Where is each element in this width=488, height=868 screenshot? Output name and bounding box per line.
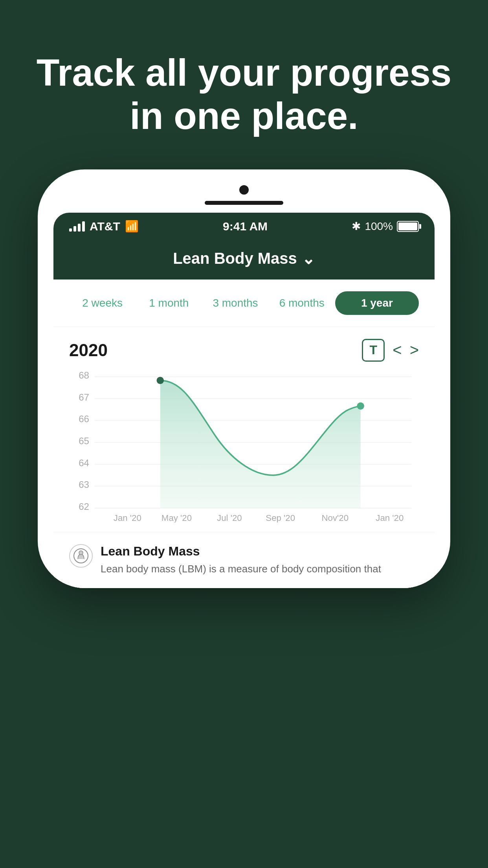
svg-text:May '20: May '20 xyxy=(161,513,192,523)
table-view-button[interactable]: T xyxy=(362,339,385,362)
legend-text-block: Lean Body Mass Lean body mass (LBM) is a… xyxy=(101,544,381,576)
svg-text:68: 68 xyxy=(79,370,89,381)
chart-svg-wrapper: 68 67 66 65 64 63 62 xyxy=(69,370,419,524)
phone-home-indicator xyxy=(205,201,283,205)
app-title-text: Lean Body Mass xyxy=(173,250,297,267)
time-range-tabs: 2 weeks 1 month 3 months 6 months 1 year xyxy=(53,280,435,327)
phone-mockup: AT&T 📶 9:41 AM ✱ 100% Lean Body Mass ⌄ xyxy=(38,169,450,588)
tab-2-weeks[interactable]: 2 weeks xyxy=(69,292,136,314)
chart-container: 2020 T < > xyxy=(53,327,435,532)
svg-text:62: 62 xyxy=(79,501,89,512)
chart-legend: Lean Body Mass Lean body mass (LBM) is a… xyxy=(53,532,435,588)
svg-text:65: 65 xyxy=(79,436,89,446)
svg-text:Nov'20: Nov'20 xyxy=(321,513,349,523)
status-bar: AT&T 📶 9:41 AM ✱ 100% xyxy=(53,213,435,240)
tab-1-year[interactable]: 1 year xyxy=(335,291,419,315)
app-header: Lean Body Mass ⌄ xyxy=(53,240,435,280)
chevron-down-icon: ⌄ xyxy=(302,250,315,268)
svg-text:67: 67 xyxy=(79,392,89,403)
svg-text:63: 63 xyxy=(79,479,89,490)
phone-screen: AT&T 📶 9:41 AM ✱ 100% Lean Body Mass ⌄ xyxy=(53,213,435,588)
status-right: ✱ 100% xyxy=(352,220,419,233)
chart-point-start xyxy=(157,377,164,384)
battery-icon xyxy=(397,221,419,232)
svg-text:Jan '20: Jan '20 xyxy=(376,513,404,523)
chart-svg: 68 67 66 65 64 63 62 xyxy=(69,370,419,522)
legend-icon xyxy=(69,544,93,568)
battery-percent-label: 100% xyxy=(365,220,393,233)
legend-description: Lean body mass (LBM) is a measure of bod… xyxy=(101,562,381,576)
battery-container xyxy=(397,221,419,232)
svg-text:64: 64 xyxy=(79,457,89,468)
chart-header: 2020 T < > xyxy=(69,339,419,362)
svg-text:Sep '20: Sep '20 xyxy=(266,513,295,523)
bluetooth-icon: ✱ xyxy=(352,220,361,233)
signal-icon xyxy=(69,221,85,232)
app-title-container[interactable]: Lean Body Mass ⌄ xyxy=(173,250,315,268)
svg-text:Jan '20: Jan '20 xyxy=(114,513,141,523)
chart-next-button[interactable]: > xyxy=(410,341,419,359)
legend-title: Lean Body Mass xyxy=(101,544,381,559)
battery-fill xyxy=(398,223,417,230)
tab-6-months[interactable]: 6 months xyxy=(269,292,335,314)
carrier-label: AT&T xyxy=(90,220,120,233)
phone-top-area xyxy=(53,185,435,213)
chart-year-label: 2020 xyxy=(69,340,108,360)
status-left: AT&T 📶 xyxy=(69,220,139,233)
svg-text:66: 66 xyxy=(79,414,89,424)
lean-body-mass-icon xyxy=(73,548,89,564)
tab-1-month[interactable]: 1 month xyxy=(136,292,202,314)
chart-prev-button[interactable]: < xyxy=(393,341,402,359)
phone-camera xyxy=(239,185,249,195)
svg-text:Jul '20: Jul '20 xyxy=(217,513,242,523)
hero-headline: Track all your progress in one place. xyxy=(0,0,488,169)
chart-controls: T < > xyxy=(362,339,419,362)
tab-3-months[interactable]: 3 months xyxy=(202,292,268,314)
svg-point-21 xyxy=(79,551,83,555)
chart-point-end xyxy=(357,402,364,410)
wifi-icon: 📶 xyxy=(125,220,139,233)
status-time: 9:41 AM xyxy=(223,220,268,233)
